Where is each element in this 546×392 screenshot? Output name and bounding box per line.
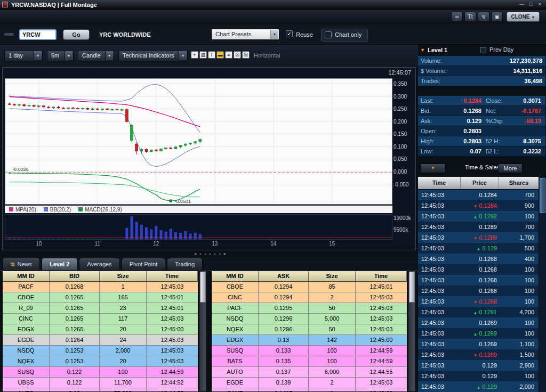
level2-bid-row[interactable]: NSDQ0.12532,00012:45:03 xyxy=(3,346,198,356)
more-button[interactable]: More xyxy=(498,164,523,173)
tab-level-2[interactable]: Level 2 xyxy=(42,258,77,270)
reuse-checkbox[interactable]: ✓ xyxy=(286,30,293,37)
font-size-icon[interactable]: Tt xyxy=(464,12,476,22)
ts-row[interactable]: 12:45:030.1268400 xyxy=(418,254,539,264)
level2-ask-row[interactable]: CINC0.1294212:45:03 xyxy=(212,292,407,303)
grid-toggle-icon[interactable]: ☒ xyxy=(234,51,241,59)
ts-header-price[interactable]: Price xyxy=(461,177,499,189)
level2-ask-row[interactable]: NSDQ0.12965,00012:45:03 xyxy=(212,314,407,324)
ts-row[interactable]: 12:45:03▼0.12891,700 xyxy=(418,232,539,243)
l2-header-time[interactable]: Time xyxy=(147,271,198,282)
level2-bid-row[interactable]: AUTO0.1275,00012:44:55 xyxy=(3,388,198,392)
ts-row[interactable]: 12:45:030.1289700 xyxy=(418,222,539,232)
level2-bid-row[interactable]: EDGX0.12652012:45:00 xyxy=(3,324,198,335)
crosshair-toggle-icon[interactable]: ☒ xyxy=(242,51,250,59)
highlight-icon[interactable]: ▬ xyxy=(216,51,224,59)
l2-header-ask[interactable]: ASK xyxy=(259,271,309,282)
maximize-button[interactable]: □ xyxy=(526,1,535,9)
l2-header-time[interactable]: Time xyxy=(356,271,407,282)
ts-header-shares[interactable]: Shares xyxy=(499,177,539,189)
l2-header-size[interactable]: Size xyxy=(309,271,356,282)
level2-ask-row[interactable]: PACF0.12955012:45:03 xyxy=(212,303,407,314)
ts-row[interactable]: 12:45:030.1269100 xyxy=(418,317,539,328)
level2-bid-row[interactable]: CBOE0.126516512:45:01 xyxy=(3,292,198,303)
scrollbar-thumb[interactable] xyxy=(409,272,415,303)
level2-bid-row[interactable]: EGDE0.12642412:45:03 xyxy=(3,335,198,346)
level2-bid-row[interactable]: PACF0.1268112:45:03 xyxy=(3,282,198,292)
go-button[interactable]: Go xyxy=(63,29,90,40)
level2-ask-row[interactable]: CBOE0.12948512:45:01 xyxy=(212,282,407,292)
ts-row[interactable]: 12:45:030.1268100 xyxy=(418,275,539,285)
scrollbar-thumb[interactable] xyxy=(200,272,206,303)
add-study-icon[interactable]: + xyxy=(191,51,198,59)
tab-pivot-point[interactable]: Pivot Point xyxy=(122,258,166,270)
minimize-button[interactable]: — xyxy=(517,1,526,9)
price-chart[interactable]: -0.0026-0.0501 xyxy=(5,78,392,205)
level1-dropdown-icon[interactable]: ▼ xyxy=(420,47,425,53)
ts-row[interactable]: 12:45:030.129100 xyxy=(418,371,539,381)
time-sales-dropdown-button[interactable]: ▼ xyxy=(420,164,446,173)
ts-row[interactable]: 12:45:03▲0.1292,000 xyxy=(418,381,539,392)
prev-day-checkbox[interactable] xyxy=(480,47,486,53)
link-icon[interactable]: ∞ xyxy=(451,12,463,22)
tab-averages[interactable]: Averages xyxy=(79,258,119,270)
l2-header-bid[interactable]: BID xyxy=(50,271,100,282)
ts-row[interactable]: 12:45:03▲0.1269100 xyxy=(418,328,539,339)
ts-row[interactable]: 12:45:03▲0.12914,200 xyxy=(418,307,539,317)
level2-ask-row[interactable]: AUTO0.1376,00012:44:55 xyxy=(212,367,407,378)
collapse-handle-icon[interactable] xyxy=(4,33,14,36)
l2-header-size[interactable]: Size xyxy=(100,271,147,282)
ts-row[interactable]: 12:45:030.1292,900 xyxy=(418,360,539,371)
chart-only-checkbox[interactable] xyxy=(325,31,332,38)
l2-header-mm-id[interactable]: MM ID xyxy=(3,271,50,282)
tab-news[interactable]: ▤News xyxy=(2,258,40,270)
list-icon[interactable]: ≡ xyxy=(225,51,232,59)
level2-ask-row[interactable]: EDGX0.1314212:45:00 xyxy=(212,335,407,346)
level2-ask-row[interactable]: NQEX0.12965012:45:03 xyxy=(212,324,407,335)
title-bar[interactable]: YRCW.NASDAQ | Full Montage —□× xyxy=(0,0,546,10)
ts-row[interactable]: 12:45:030.12691,100 xyxy=(418,339,539,349)
symbol-input[interactable] xyxy=(19,29,57,40)
bolt-icon[interactable]: ↯ xyxy=(478,12,489,22)
chart-pager[interactable]: ◂ • • • • • ▸ xyxy=(181,251,240,256)
tab-trading[interactable]: Trading xyxy=(167,258,203,270)
volume-chart[interactable] xyxy=(5,214,392,240)
interval-select[interactable]: 5m ▼ xyxy=(47,50,74,61)
ts-row[interactable]: 12:45:030.1284700 xyxy=(418,190,539,200)
ts-row[interactable]: 12:45:03▼0.1284900 xyxy=(418,200,539,211)
ts-row[interactable]: 12:45:03▲0.129500 xyxy=(418,243,539,254)
scrollbar-thumb[interactable] xyxy=(540,178,545,213)
level2-bid-row[interactable]: SUSQ0.12210012:44:59 xyxy=(3,367,198,378)
chart-type-select[interactable]: Candle ▼ xyxy=(78,50,114,61)
clone-button[interactable]: CLONE▼ xyxy=(507,12,540,22)
level2-ask-row[interactable]: BATS0.13510012:44:59 xyxy=(212,356,407,367)
level2-bid-row[interactable]: NQEX0.12532012:45:03 xyxy=(3,356,198,367)
level2-ask-row[interactable]: CANT0.1417112:43:20 xyxy=(212,388,407,392)
snapshot-icon[interactable]: ▣ xyxy=(491,12,503,22)
ts-row[interactable]: 12:45:030.1268100 xyxy=(418,264,539,275)
ts-row[interactable]: 12:45:03▼0.1268100 xyxy=(418,296,539,307)
level2-ask-row[interactable]: SUSQ0.13310012:44:59 xyxy=(212,346,407,356)
ts-row[interactable]: 12:45:03▼0.12691,500 xyxy=(418,349,539,360)
level2-ask-row[interactable]: EGDE0.139212:45:03 xyxy=(212,378,407,388)
time-sales-scrollbar[interactable] xyxy=(539,177,546,392)
ts-time: 12:45:03 xyxy=(418,254,457,264)
technical-indicators-select[interactable]: Technical Indicators ▼ xyxy=(118,50,188,61)
level2-bid-row[interactable]: CINC0.126511712:45:03 xyxy=(3,314,198,324)
l2-header-mm-id[interactable]: MM ID xyxy=(212,271,259,282)
level2-bid-row[interactable]: R_090.12652312:45:01 xyxy=(3,303,198,314)
quote-label: Net: xyxy=(481,106,508,116)
ts-row[interactable]: 12:45:03▲0.1292100 xyxy=(418,211,539,222)
time-cell: 12:45:03 xyxy=(356,292,407,303)
chart-presets-select[interactable]: Chart Presets ▼ xyxy=(211,29,279,40)
cursor-icon[interactable]: I xyxy=(208,51,215,59)
ask-scrollbar[interactable] xyxy=(408,271,416,392)
range-select[interactable]: 1 day ▼ xyxy=(4,50,43,61)
chart-only-toggle[interactable]: Chart only xyxy=(321,29,368,42)
close-button[interactable]: × xyxy=(535,1,544,9)
draw-icon[interactable]: ▨ xyxy=(199,51,207,59)
bid-scrollbar[interactable] xyxy=(199,271,207,392)
ts-header-time[interactable]: Time xyxy=(418,177,461,189)
ts-row[interactable]: 12:45:030.1268100 xyxy=(418,285,539,296)
level2-bid-row[interactable]: UBSS0.12211,70012:44:52 xyxy=(3,378,198,388)
